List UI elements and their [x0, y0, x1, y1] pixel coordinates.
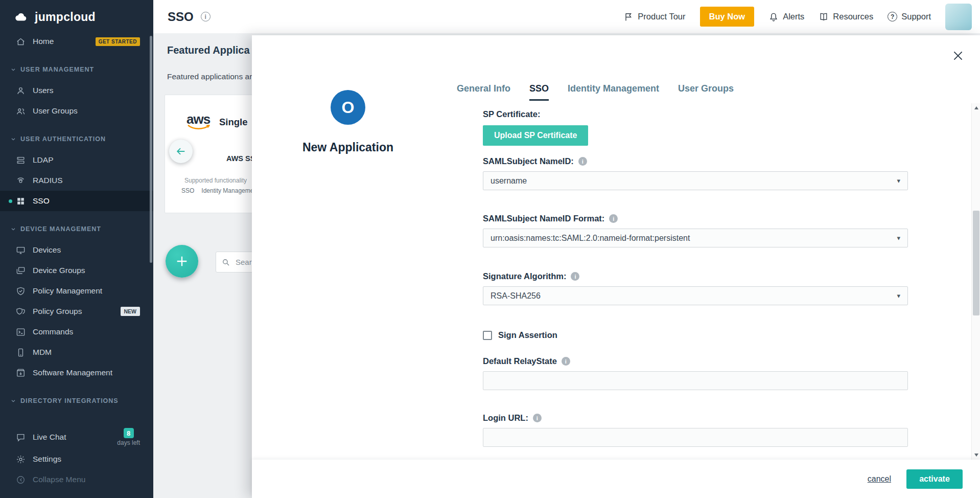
alerts-label: Alerts	[783, 12, 804, 21]
sidebar-item-mdm[interactable]: MDM	[0, 342, 153, 363]
user-icon	[16, 86, 26, 96]
avatar[interactable]	[945, 4, 972, 30]
topbar: SSO Product Tour Buy Now Alerts Resource…	[153, 0, 980, 33]
info-icon[interactable]	[562, 357, 570, 366]
cancel-button[interactable]: cancel	[868, 474, 891, 484]
collapse-icon	[16, 475, 26, 485]
scrollbar-thumb[interactable]	[973, 211, 979, 315]
tab-user-groups[interactable]: User Groups	[678, 83, 734, 101]
chevron-down-icon	[897, 234, 900, 242]
sidebar-item-label: RADIUS	[33, 176, 63, 185]
info-icon[interactable]	[201, 12, 211, 21]
relaystate-input[interactable]	[483, 371, 908, 390]
buy-now-button[interactable]: Buy Now	[700, 7, 755, 27]
sign-assertion-checkbox[interactable]	[483, 331, 492, 340]
app-window: jumpcloud Home GET STARTED USER MANAGEME…	[0, 0, 980, 498]
sidebar-item-sso[interactable]: SSO	[0, 191, 153, 211]
nameid-format-group: SAMLSubject NameID Format: urn:oasis:nam…	[483, 214, 908, 247]
sidebar-item-policy-groups[interactable]: Policy Groups NEW	[0, 301, 153, 322]
arrow-left-icon	[175, 146, 186, 157]
book-icon	[819, 12, 829, 22]
trial-countdown: 8 days left	[117, 428, 140, 446]
signature-algorithm-label: Signature Algorithm:	[483, 271, 566, 281]
app-logo: O	[331, 90, 365, 125]
sidebar-item-settings[interactable]: Settings	[0, 449, 153, 469]
shield-icon	[16, 286, 26, 296]
tab-general-info[interactable]: General Info	[457, 83, 510, 101]
nameid-format-select[interactable]: urn:oasis:names:tc:SAML:2.0:nameid-forma…	[483, 229, 908, 247]
section-title: USER MANAGEMENT	[20, 66, 94, 73]
activate-button[interactable]: activate	[906, 469, 963, 489]
chevron-down-icon	[10, 398, 16, 404]
signature-algorithm-select[interactable]: RSA-SHA256	[483, 286, 908, 305]
sidebar-section-user-authentication[interactable]: USER AUTHENTICATION	[0, 128, 153, 150]
relaystate-label: Default RelayState	[483, 356, 557, 366]
sidebar-item-user-groups[interactable]: User Groups	[0, 101, 153, 121]
monitors-icon	[16, 266, 26, 276]
close-icon[interactable]	[951, 49, 966, 63]
aws-logo: aws	[186, 111, 212, 130]
alerts-button[interactable]: Alerts	[768, 12, 804, 22]
section-title: USER AUTHENTICATION	[20, 135, 106, 143]
sidebar-item-devices[interactable]: Devices	[0, 240, 153, 260]
sp-certificate-label: SP Certificate:	[483, 109, 541, 119]
info-icon[interactable]	[609, 214, 618, 223]
add-application-button[interactable]	[166, 245, 198, 278]
new-application-panel: O New Application General Info SSO Ident…	[252, 35, 980, 498]
sidebar-section-device-management[interactable]: DEVICE MANAGEMENT	[0, 218, 153, 240]
form-scrollbar[interactable]	[971, 103, 980, 460]
chat-icon	[16, 433, 26, 442]
product-tour-button[interactable]: Product Tour	[623, 12, 685, 22]
sidebar-item-ldap[interactable]: LDAP	[0, 150, 153, 170]
nameid-group: SAMLSubject NameID: username	[483, 156, 908, 190]
upload-sp-certificate-button[interactable]: Upload SP Certificate	[483, 125, 588, 146]
sidebar-item-label: Device Groups	[33, 266, 85, 275]
sidebar-item-users[interactable]: Users	[0, 80, 153, 101]
tag-identity-management: Identity Managemen	[201, 187, 257, 194]
jumpcloud-logo[interactable]: jumpcloud	[0, 0, 153, 31]
sidebar-item-label: Home	[33, 37, 54, 46]
product-tour-label: Product Tour	[638, 12, 685, 21]
tab-identity-management[interactable]: Identity Management	[568, 83, 659, 101]
info-icon[interactable]	[571, 272, 579, 281]
sign-assertion-label: Sign Assertion	[498, 330, 557, 340]
sidebar-scrollbar[interactable]	[150, 36, 152, 263]
login-url-group: Login URL:	[483, 413, 908, 447]
question-icon	[888, 12, 897, 21]
cloud-icon	[12, 11, 30, 24]
user-group-icon	[16, 106, 26, 116]
brand-name: jumpcloud	[35, 10, 96, 24]
chevron-down-icon	[10, 66, 16, 73]
sidebar: jumpcloud Home GET STARTED USER MANAGEME…	[0, 0, 153, 498]
sidebar-item-commands[interactable]: Commands	[0, 322, 153, 342]
carousel-back-button[interactable]	[169, 140, 193, 163]
sidebar-item-software-management[interactable]: Software Management	[0, 363, 153, 383]
sidebar-item-label: MDM	[33, 348, 52, 357]
sidebar-item-radius[interactable]: RADIUS	[0, 170, 153, 191]
sidebar-section-directory-integrations[interactable]: DIRECTORY INTEGRATIONS	[0, 390, 153, 412]
sidebar-item-live-chat[interactable]: Live Chat 8 days left	[0, 425, 153, 449]
software-box-icon	[16, 368, 26, 378]
sso-grid-icon	[16, 196, 26, 206]
sidebar-item-collapse-menu[interactable]: Collapse Menu	[0, 469, 153, 490]
new-badge: NEW	[121, 307, 141, 316]
info-icon[interactable]	[578, 157, 587, 166]
chevron-down-icon	[10, 226, 16, 232]
tab-sso[interactable]: SSO	[529, 83, 549, 101]
active-indicator-dot	[9, 199, 12, 203]
info-icon[interactable]	[533, 414, 542, 422]
scroll-down-arrow[interactable]	[972, 450, 980, 460]
page-heading: Featured Applica	[167, 44, 250, 56]
support-button[interactable]: Support	[888, 12, 931, 21]
nameid-select[interactable]: username	[483, 171, 908, 190]
sso-configuration-form: SP Certificate: Upload SP Certificate SA…	[483, 103, 908, 460]
resources-button[interactable]: Resources	[819, 12, 873, 22]
sidebar-item-device-groups[interactable]: Device Groups	[0, 260, 153, 281]
sidebar-item-home[interactable]: Home GET STARTED	[0, 31, 153, 52]
nameid-format-label: SAMLSubject NameID Format:	[483, 214, 604, 223]
scroll-up-arrow[interactable]	[972, 103, 980, 112]
sidebar-section-user-management[interactable]: USER MANAGEMENT	[0, 59, 153, 80]
sidebar-item-policy-management[interactable]: Policy Management	[0, 281, 153, 301]
login-url-input[interactable]	[483, 428, 908, 447]
sidebar-item-label: Users	[33, 86, 53, 95]
